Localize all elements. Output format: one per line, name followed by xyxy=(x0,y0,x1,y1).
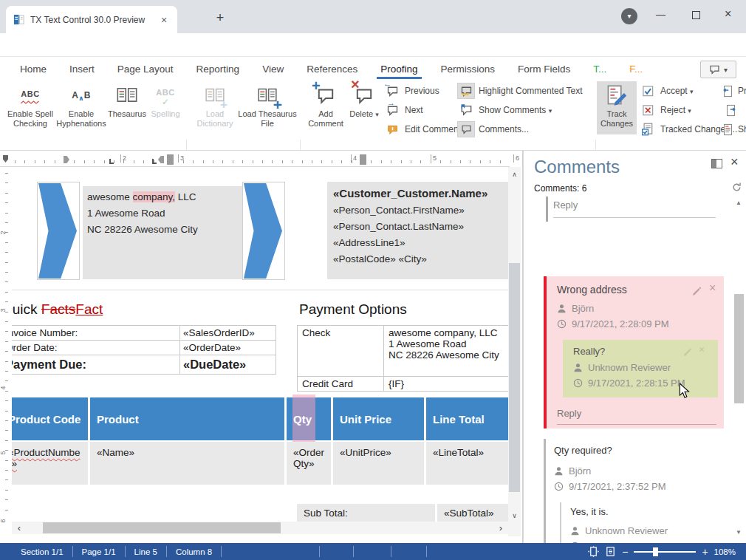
enable-spell-checking-button[interactable]: ABC Enable Spell Checking xyxy=(6,81,55,129)
browser-tab[interactable]: TX Text Control 30.0 Preview × xyxy=(6,6,177,33)
tab-reporting[interactable]: Reporting xyxy=(196,61,241,78)
edit-comment-pencil-icon[interactable] xyxy=(691,285,702,296)
first-line-indent-marker[interactable] xyxy=(3,155,8,163)
clipped-button-show-changes[interactable]: Sh xyxy=(722,121,746,137)
track-changes-icon xyxy=(606,81,628,109)
scroll-up-arrow[interactable]: ∧ xyxy=(508,168,521,180)
status-page: Page 1/1 xyxy=(73,547,125,556)
scroll-up-arrow[interactable]: ▲ xyxy=(736,199,742,206)
zoom-in-button[interactable]: + xyxy=(702,546,708,558)
clipped-button-previous-change[interactable]: Pr xyxy=(722,83,746,99)
sidebar-toggle-dropdown[interactable]: ▾ xyxy=(700,61,736,78)
scroll-down-arrow[interactable]: ∨ xyxy=(508,510,521,522)
zoom-slider[interactable] xyxy=(634,551,696,553)
edit-reply-pencil-icon[interactable] xyxy=(682,346,692,356)
logo-arrow-frame[interactable] xyxy=(37,182,80,280)
scrollbar-thumb[interactable] xyxy=(43,522,281,533)
accept-change-button[interactable]: Accept ▾ xyxy=(640,83,694,99)
download-indicator[interactable]: ▾ xyxy=(621,8,637,24)
tab-references[interactable]: References xyxy=(306,61,358,78)
scroll-right-arrow[interactable]: › xyxy=(495,522,507,534)
previous-comment-button[interactable]: ← Previous xyxy=(384,83,439,99)
column-header: Unit Price xyxy=(333,397,424,440)
comment-title: Qty required? xyxy=(554,445,612,456)
scroll-left-arrow[interactable]: ‹ xyxy=(13,522,25,534)
tab-form-fields[interactable]: Form Fields xyxy=(517,61,571,78)
edit-comment-button[interactable]: Edit Comment xyxy=(384,121,461,137)
window-minimize-button[interactable]: — xyxy=(656,9,665,20)
reply-author: Unknown Reviewer xyxy=(573,362,671,373)
tab-view[interactable]: View xyxy=(261,61,284,78)
show-comments-button[interactable]: Show Comments ▾ xyxy=(458,102,552,118)
delete-comment-button[interactable]: × Delete ▾ xyxy=(346,81,383,120)
comment-title: Wrong address xyxy=(557,284,627,296)
table-column-marker[interactable] xyxy=(167,154,174,165)
comment-reply-card[interactable]: Really? × Unknown Reviewer 9/17/2021, 2:… xyxy=(563,340,718,397)
highlight-commented-text-button[interactable]: Highlight Commented Text xyxy=(458,83,583,99)
reject-change-button[interactable]: Reject ▾ xyxy=(640,102,691,118)
zoom-out-button[interactable]: − xyxy=(622,546,628,558)
document-vertical-scrollbar[interactable]: ∧ ∨ xyxy=(508,167,521,536)
document-page[interactable]: awesome company, LLC 1 Awesome Road NC 2… xyxy=(12,167,508,522)
tab-insert[interactable]: Insert xyxy=(69,61,95,78)
enable-hyphenations-button[interactable]: A ∧ B Enable Hyphenations xyxy=(56,81,106,129)
window-close-button[interactable]: × xyxy=(725,7,731,21)
blue-arrow-shape xyxy=(244,183,282,279)
dictionary-plus-icon: + xyxy=(205,81,225,109)
refresh-comments-icon[interactable] xyxy=(731,182,742,193)
ruler-number: 5 xyxy=(431,154,437,163)
logo-arrow-frame[interactable] xyxy=(242,182,285,280)
fit-page-icon[interactable] xyxy=(588,546,599,557)
track-changes-toggle-button[interactable]: Track Changes xyxy=(597,81,637,134)
ruler-number: 4 xyxy=(351,154,357,163)
window-maximize-button[interactable] xyxy=(692,11,700,19)
tab-close-icon[interactable]: × xyxy=(158,14,170,26)
column-header: Product Code xyxy=(12,397,88,440)
comments-dialog-icon xyxy=(458,122,474,137)
scroll-down-arrow[interactable]: ▼ xyxy=(736,529,742,536)
merge-field: «UnitPrice» xyxy=(333,442,424,485)
delete-comment-x-icon[interactable]: × xyxy=(709,281,716,295)
comment-card-qty-required[interactable]: Qty required? Björn 9/17/2021, 2:37:52 P… xyxy=(544,439,724,543)
tab-stop-marker[interactable] xyxy=(109,159,114,164)
clipped-button-next-change[interactable] xyxy=(722,102,746,118)
add-comment-icon: + xyxy=(316,81,335,109)
comments-dialog-button[interactable]: Comments... xyxy=(458,121,529,137)
tab-home[interactable]: Home xyxy=(19,61,47,78)
dock-panel-icon[interactable] xyxy=(711,159,722,168)
tab-page-layout[interactable]: Page Layout xyxy=(117,61,174,78)
scrollbar-thumb[interactable] xyxy=(734,294,744,403)
tab-t-truncated[interactable]: T... xyxy=(592,61,607,78)
comment-author: Björn xyxy=(554,465,591,477)
panel-close-icon[interactable]: × xyxy=(730,154,739,170)
thesaurus-button[interactable]: Thesaurus xyxy=(108,81,146,119)
add-comment-button[interactable]: + Add Comment xyxy=(306,81,346,129)
zoom-slider-thumb[interactable] xyxy=(653,547,658,556)
person-icon xyxy=(554,466,564,476)
document-horizontal-scrollbar[interactable]: ‹ › xyxy=(12,522,508,534)
table-row: Payment Due: «DueDate» xyxy=(12,355,276,375)
tab-title: TX Text Control 30.0 Preview xyxy=(30,15,152,25)
quick-facts-table: Invoice Number: «SalesOrderID» Order Dat… xyxy=(12,325,276,375)
tab-stop-marker[interactable] xyxy=(152,159,157,164)
new-tab-button[interactable]: + xyxy=(211,10,229,26)
tab-f-truncated[interactable]: F... xyxy=(629,61,643,78)
merge-field: «ProductNumber» xyxy=(12,442,88,485)
comment-author: Björn xyxy=(557,303,594,314)
chevron-down-icon: ▾ xyxy=(690,88,694,95)
next-comment-button[interactable]: → Next xyxy=(384,102,423,118)
comment-card-wrong-address[interactable]: Wrong address × Björn 9/17/2021, 2:28:09… xyxy=(544,276,724,428)
merge-field: «AddressLine1» xyxy=(333,235,508,251)
table-row: Invoice Number: «SalesOrderID» xyxy=(12,325,276,341)
ribbon-tab-row: Home Insert Page Layout Reporting View R… xyxy=(0,59,694,78)
divider xyxy=(319,546,320,557)
reply-placeholder[interactable]: Reply xyxy=(553,199,578,211)
reply-placeholder[interactable]: Reply xyxy=(557,408,581,419)
tab-permissions[interactable]: Permissions xyxy=(440,61,496,78)
scrollbar-thumb[interactable] xyxy=(509,263,520,492)
delete-reply-x-icon[interactable]: × xyxy=(699,344,705,355)
load-thesaurus-file-button[interactable]: + Load Thesaurus File xyxy=(238,81,297,129)
tab-proofing[interactable]: Proofing xyxy=(380,61,418,78)
table-column-marker[interactable] xyxy=(360,154,366,165)
fit-width-icon[interactable] xyxy=(605,546,616,557)
